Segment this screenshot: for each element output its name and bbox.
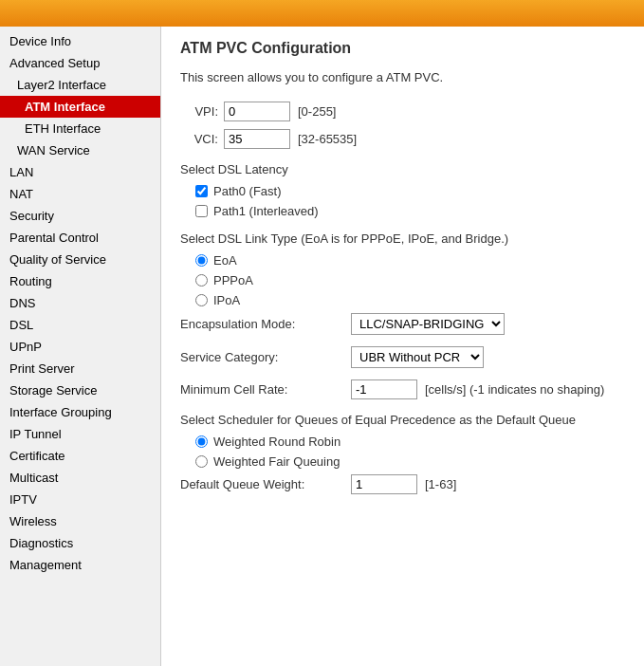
sidebar-item-ip-tunnel[interactable]: IP Tunnel (0, 423, 160, 445)
sidebar-item-device-info[interactable]: Device Info (0, 30, 160, 52)
default-queue-weight-control: [1-63] (351, 474, 456, 494)
service-category-row: Service Category: UBR Without PCRUBR Wit… (180, 346, 625, 368)
default-queue-weight-input[interactable] (351, 474, 417, 494)
default-queue-weight-row: Default Queue Weight: [1-63] (180, 474, 625, 494)
min-cell-rate-hint: [cells/s] (-1 indicates no shaping) (425, 382, 604, 397)
sidebar-item-atm-interface[interactable]: ATM Interface (0, 96, 160, 118)
wrr-radio[interactable] (195, 435, 208, 448)
ipoa-row: IPoA (195, 293, 625, 307)
sidebar-item-eth-interface[interactable]: ETH Interface (0, 118, 160, 139)
dsl-latency-group: Path0 (Fast) Path1 (Interleaved) (195, 184, 625, 218)
wfq-label: Weighted Fair Queuing (213, 454, 340, 469)
min-cell-rate-row: Minimum Cell Rate: [cells/s] (-1 indicat… (180, 379, 625, 399)
min-cell-rate-control: [cells/s] (-1 indicates no shaping) (351, 379, 604, 399)
wfq-row: Weighted Fair Queuing (195, 454, 625, 469)
sidebar-item-multicast[interactable]: Multicast (0, 467, 160, 489)
sidebar-item-lan[interactable]: LAN (0, 161, 160, 183)
sidebar-item-iptv[interactable]: IPTV (0, 489, 160, 510)
pppoa-row: PPPoA (195, 273, 625, 287)
vpi-label: VPI: (180, 104, 218, 119)
path1-label: Path1 (Interleaved) (213, 204, 319, 218)
content-area: ATM PVC Configuration This screen allows… (161, 27, 644, 666)
vpi-row: VPI: [0-255] (180, 102, 625, 121)
sidebar-item-management[interactable]: Management (0, 554, 160, 576)
sidebar-item-dns[interactable]: DNS (0, 292, 160, 314)
ipoa-label: IPoA (213, 293, 240, 307)
sidebar-item-nat[interactable]: NAT (0, 183, 160, 205)
page-title: ATM PVC Configuration (180, 40, 625, 57)
sidebar-item-layer2-interface[interactable]: Layer2 Interface (0, 74, 160, 96)
sidebar-item-dsl[interactable]: DSL (0, 314, 160, 336)
sidebar-item-quality-of-service[interactable]: Quality of Service (0, 249, 160, 270)
scheduler-label: Select Scheduler for Queues of Equal Pre… (180, 413, 625, 427)
default-queue-weight-label: Default Queue Weight: (180, 477, 351, 491)
wrr-row: Weighted Round Robin (195, 435, 625, 449)
encapsulation-label: Encapsulation Mode: (180, 317, 351, 331)
encapsulation-control: LLC/SNAP-BRIDGINGVC/MUX (351, 313, 505, 335)
sidebar-item-diagnostics[interactable]: Diagnostics (0, 532, 160, 554)
sidebar-item-parental-control[interactable]: Parental Control (0, 227, 160, 249)
dsl-link-label: Select DSL Link Type (EoA is for PPPoE, … (180, 231, 625, 246)
encapsulation-select[interactable]: LLC/SNAP-BRIDGINGVC/MUX (351, 313, 505, 335)
sidebar-item-storage-service[interactable]: Storage Service (0, 379, 160, 401)
sidebar-item-interface-grouping[interactable]: Interface Grouping (0, 401, 160, 423)
eoa-label: EoA (213, 253, 237, 268)
dsl-latency-label: Select DSL Latency (180, 162, 625, 176)
min-cell-rate-label: Minimum Cell Rate: (180, 382, 351, 397)
pppoa-label: PPPoA (213, 273, 253, 287)
sidebar-item-advanced-setup[interactable]: Advanced Setup (0, 52, 160, 74)
description: This screen allows you to configure a AT… (180, 70, 625, 84)
sidebar-item-routing[interactable]: Routing (0, 270, 160, 292)
path1-checkbox[interactable] (195, 205, 208, 217)
vci-row: VCI: [32-65535] (180, 129, 625, 149)
vci-input[interactable] (224, 129, 290, 149)
eoa-radio[interactable] (195, 254, 208, 267)
sidebar-item-wan-service[interactable]: WAN Service (0, 139, 160, 161)
default-queue-weight-hint: [1-63] (425, 477, 456, 491)
dsl-link-group: EoA PPPoA IPoA (195, 253, 625, 307)
eoa-row: EoA (195, 253, 625, 268)
sidebar-item-print-server[interactable]: Print Server (0, 358, 160, 379)
path0-row: Path0 (Fast) (195, 184, 625, 198)
path0-checkbox[interactable] (195, 185, 208, 197)
top-bar (0, 0, 644, 27)
service-category-label: Service Category: (180, 350, 351, 364)
sidebar-item-certificate[interactable]: Certificate (0, 445, 160, 467)
sidebar-item-security[interactable]: Security (0, 205, 160, 227)
sidebar-item-upnp[interactable]: UPnP (0, 336, 160, 358)
wfq-radio[interactable] (195, 455, 208, 468)
vpi-hint: [0-255] (298, 104, 336, 119)
encapsulation-row: Encapsulation Mode: LLC/SNAP-BRIDGINGVC/… (180, 313, 625, 335)
pppoa-radio[interactable] (195, 274, 208, 287)
vci-label: VCI: (180, 132, 218, 146)
sidebar: Device InfoAdvanced SetupLayer2 Interfac… (0, 27, 161, 666)
scheduler-group: Weighted Round Robin Weighted Fair Queui… (195, 435, 625, 469)
vpi-input[interactable] (224, 102, 290, 121)
wrr-label: Weighted Round Robin (213, 435, 340, 449)
ipoa-radio[interactable] (195, 294, 208, 306)
min-cell-rate-input[interactable] (351, 379, 417, 399)
service-category-control: UBR Without PCRUBR With PCRCBRNon Realti… (351, 346, 484, 368)
path1-row: Path1 (Interleaved) (195, 204, 625, 218)
service-category-select[interactable]: UBR Without PCRUBR With PCRCBRNon Realti… (351, 346, 484, 368)
sidebar-item-wireless[interactable]: Wireless (0, 510, 160, 532)
path0-label: Path0 (Fast) (213, 184, 282, 198)
vci-hint: [32-65535] (298, 132, 357, 146)
